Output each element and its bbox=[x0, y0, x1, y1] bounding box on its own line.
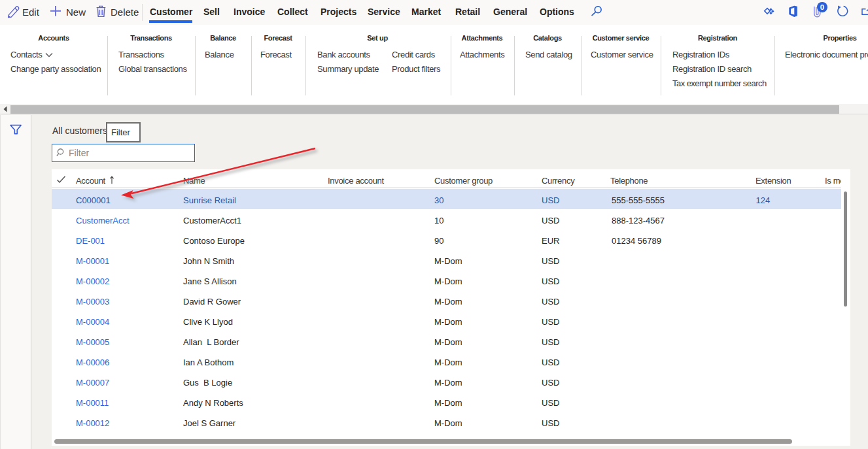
svg-text:0: 0 bbox=[820, 3, 824, 11]
